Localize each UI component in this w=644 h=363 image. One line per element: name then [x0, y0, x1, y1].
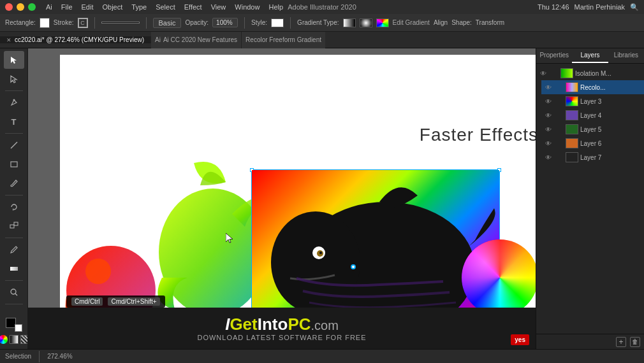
tool-separator2	[5, 133, 23, 134]
layer-lock-whale	[555, 153, 564, 162]
type-tool[interactable]: T	[4, 113, 24, 131]
tab-properties[interactable]: Properties	[536, 48, 572, 63]
document-tab-label: cc2020.ai* @ 272.46% (CMYK/GPU Preview)	[15, 36, 144, 43]
layer-thumb-recolor	[566, 82, 578, 92]
tab-libraries[interactable]: Libraries	[608, 48, 644, 63]
menu-help[interactable]: Help	[268, 3, 283, 11]
menu-object[interactable]: Object	[102, 3, 122, 11]
fg-bg-swatches[interactable]	[6, 318, 22, 332]
layer-purple[interactable]: 👁 Layer 4	[541, 108, 644, 122]
tab-recolor[interactable]: Recolor Freeform Gradient	[242, 32, 325, 48]
menu-select[interactable]: Select	[156, 3, 175, 11]
opacity-value[interactable]: 100%	[212, 18, 238, 27]
tab-layers[interactable]: Layers	[572, 48, 608, 63]
time-display: Thu 12:46	[538, 3, 569, 11]
toolbar-separator3	[244, 17, 245, 29]
window-title: Adobe Illustrator 2020	[288, 3, 356, 11]
watermark-subtitle: Download Latest Software for Free	[197, 334, 366, 341]
menu-effect[interactable]: Effect	[184, 3, 202, 11]
pen-tool[interactable]	[4, 94, 24, 111]
user-name: Martin Perhiniak	[574, 3, 625, 11]
canvas-area[interactable]: Faster Effects	[28, 48, 536, 349]
direct-select-tool[interactable]	[4, 70, 24, 88]
new-layer-button[interactable]: +	[616, 337, 626, 347]
toolbar-separator4	[290, 17, 291, 29]
rectangle-tool[interactable]	[4, 155, 24, 173]
gradient-icon[interactable]	[10, 335, 18, 344]
toolbar-separator	[94, 17, 95, 29]
layer-eye-recolor[interactable]: 👁	[544, 83, 553, 92]
none-icon[interactable]	[20, 335, 29, 344]
layer-eye-icon[interactable]: 👁	[539, 69, 548, 78]
layer-orange[interactable]: 👁 Layer 6	[541, 136, 644, 150]
gradient-background	[252, 170, 499, 329]
minimize-button[interactable]	[17, 3, 24, 11]
color-mode-icons	[0, 335, 28, 344]
selection-label: Selection	[5, 353, 31, 360]
tab-icon: Ai	[155, 36, 161, 43]
shape-tool-label: Rectangle:	[5, 19, 36, 26]
gradient-type-freeform[interactable]	[376, 18, 389, 27]
watermark: IGetIntoPC.com Download Latest Software …	[28, 308, 536, 349]
document-tab-main[interactable]: ✕ cc2020.ai* @ 272.46% (CMYK/GPU Preview…	[0, 36, 151, 43]
paintbrush-tool[interactable]	[4, 174, 24, 192]
menu-window[interactable]: Window	[235, 3, 260, 11]
edit-gradient-label[interactable]: Edit Gradient	[393, 19, 430, 26]
layer-green[interactable]: 👁 Layer 5	[541, 122, 644, 136]
align-label: Align	[434, 19, 448, 26]
color-swatches	[0, 318, 28, 346]
layer-color[interactable]: 👁 Layer 3	[541, 94, 644, 108]
left-toolbar: T	[0, 48, 28, 349]
gradient-tool[interactable]	[4, 260, 24, 278]
layers-panel[interactable]: 👁 Isolation M... 👁 Recolo... 👁	[536, 64, 644, 334]
svg-point-12	[271, 211, 360, 313]
color-icon[interactable]	[0, 335, 8, 344]
tab-new-features[interactable]: Ai Ai CC 2020 New Features	[151, 32, 242, 48]
tool-separator4	[5, 238, 23, 238]
svg-rect-3	[10, 225, 14, 228]
layer-recolor[interactable]: 👁 Recolo...	[541, 80, 644, 94]
gradient-point[interactable]	[351, 264, 356, 269]
style-label: Style:	[251, 19, 267, 26]
background-swatch[interactable]	[15, 324, 22, 332]
tab-close-btn[interactable]: ✕	[6, 37, 11, 43]
fill-swatch[interactable]	[40, 18, 50, 28]
layer-whale[interactable]: 👁 Layer 7	[541, 150, 644, 164]
layer-name-purple: Layer 4	[580, 112, 641, 119]
menu-file[interactable]: File	[61, 3, 73, 11]
maximize-button[interactable]	[28, 3, 36, 11]
layer-thumb-orange	[566, 138, 578, 148]
scale-tool[interactable]	[4, 217, 24, 235]
svg-line-1	[11, 142, 17, 148]
gradient-type-linear[interactable]	[343, 18, 356, 27]
basic-dropdown[interactable]: Basic	[153, 18, 182, 28]
search-icon[interactable]: 🔍	[630, 3, 639, 11]
tool-separator1	[5, 90, 23, 91]
menu-view[interactable]: View	[211, 3, 226, 11]
layer-eye-purple[interactable]: 👁	[544, 111, 553, 120]
logo-dotcom: .com	[311, 318, 339, 332]
stroke-swatch[interactable]: C	[78, 18, 88, 28]
gradient-type-radial[interactable]	[360, 18, 372, 27]
zoom-tool[interactable]	[4, 283, 24, 301]
delete-layer-button[interactable]: 🗑	[630, 337, 640, 347]
eyedropper-tool[interactable]	[4, 241, 24, 259]
layer-eye-green[interactable]: 👁	[544, 125, 553, 134]
selected-gradient-box[interactable]	[251, 169, 500, 329]
stroke-label: Stroke:	[54, 19, 74, 26]
layer-isolation-mode[interactable]: 👁 Isolation M...	[536, 66, 644, 80]
menu-type[interactable]: Type	[131, 3, 147, 11]
layer-thumb-isolation	[560, 68, 573, 78]
menu-edit[interactable]: Edit	[82, 3, 94, 11]
layer-eye-color[interactable]: 👁	[544, 97, 553, 106]
close-button[interactable]	[5, 3, 13, 11]
style-swatch[interactable]	[271, 18, 284, 27]
layer-name-color: Layer 3	[580, 98, 641, 105]
select-tool[interactable]	[4, 51, 24, 69]
rotate-tool[interactable]	[4, 198, 24, 216]
layer-eye-orange[interactable]: 👁	[544, 139, 553, 148]
tab-new-features-label: Ai CC 2020 New Features	[163, 36, 237, 43]
layer-eye-whale[interactable]: 👁	[544, 153, 553, 162]
line-tool[interactable]	[4, 136, 24, 154]
menu-ai[interactable]: Ai	[46, 3, 52, 11]
